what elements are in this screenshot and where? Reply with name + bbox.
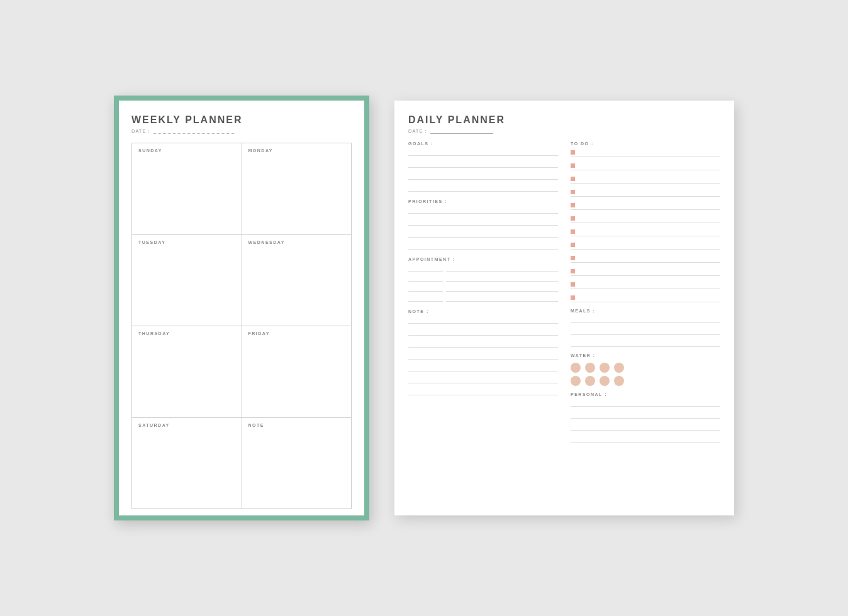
- priorities-label: PRIORITIES :: [408, 199, 558, 204]
- saturday-label: SATURDAY: [138, 423, 235, 427]
- water-label: WATER :: [571, 353, 720, 358]
- personal-lines: [571, 399, 720, 443]
- todo-item-3[interactable]: [571, 175, 720, 184]
- priorities-line-1[interactable]: [408, 206, 558, 214]
- priorities-line-3[interactable]: [408, 230, 558, 238]
- note-lines: [408, 316, 558, 395]
- todo-item-10[interactable]: [571, 267, 720, 276]
- priorities-line-2[interactable]: [408, 218, 558, 226]
- appt-desc-3[interactable]: [446, 284, 558, 292]
- todo-item-7[interactable]: [571, 228, 720, 236]
- todo-line-2: [578, 162, 720, 170]
- todo-line-11: [578, 280, 720, 289]
- todo-line-9: [578, 254, 720, 262]
- note-line-2[interactable]: [408, 328, 558, 336]
- appt-time-1[interactable]: [408, 264, 443, 272]
- todo-line-6: [578, 214, 720, 223]
- water-circle-3[interactable]: [600, 363, 610, 373]
- page-container: WEEKLY PLANNER DATE : SUNDAY MONDAY TUES…: [114, 96, 734, 520]
- note-line-1[interactable]: [408, 316, 558, 324]
- todo-item-11[interactable]: [571, 280, 720, 289]
- todo-bullet-10: [571, 269, 575, 273]
- todo-bullet-1: [571, 150, 575, 155]
- appointment-grid: [408, 264, 558, 302]
- personal-line-2[interactable]: [571, 411, 720, 419]
- weekly-date-dots[interactable]: [153, 133, 235, 134]
- appt-time-3[interactable]: [408, 284, 443, 292]
- note-section: NOTE :: [408, 309, 558, 395]
- meals-line-2[interactable]: [571, 327, 720, 335]
- todo-bullet-2: [571, 163, 575, 168]
- sunday-label: SUNDAY: [138, 148, 235, 153]
- weekly-grid: SUNDAY MONDAY TUESDAY WEDNESDAY THURSDAY…: [131, 143, 352, 509]
- water-circle-5[interactable]: [571, 376, 581, 386]
- personal-line-4[interactable]: [571, 435, 720, 443]
- water-circle-7[interactable]: [600, 376, 610, 386]
- todo-item-4[interactable]: [571, 188, 720, 197]
- note-line-4[interactable]: [408, 352, 558, 360]
- todo-bullet-6: [571, 216, 575, 221]
- daily-body: GOALS : PRIORITIES :: [408, 141, 720, 507]
- goals-lines: [408, 148, 558, 192]
- note-line-6[interactable]: [408, 376, 558, 383]
- meals-section: MEALS :: [571, 309, 720, 347]
- appt-time-2[interactable]: [408, 274, 443, 282]
- daily-planner: DAILY PLANNER DATE : GOALS :: [394, 101, 734, 515]
- personal-section: PERSONAL :: [571, 392, 720, 443]
- todo-line-8: [578, 241, 720, 249]
- priorities-section: PRIORITIES :: [408, 199, 558, 250]
- appointment-section: APPOINTMENT :: [408, 257, 558, 302]
- goals-line-4[interactable]: [408, 184, 558, 192]
- wednesday-label: WEDNESDAY: [248, 240, 345, 245]
- meals-line-1[interactable]: [571, 316, 720, 323]
- todo-item-9[interactable]: [571, 254, 720, 263]
- thursday-label: THURSDAY: [138, 331, 235, 336]
- note-line-7[interactable]: [408, 388, 558, 395]
- note-label: NOTE: [248, 423, 345, 427]
- appt-desc-4[interactable]: [446, 294, 558, 302]
- water-circle-2[interactable]: [585, 363, 595, 373]
- todo-line-12: [578, 294, 720, 302]
- daily-title: DAILY PLANNER: [408, 114, 720, 126]
- water-circles: [571, 363, 720, 386]
- todo-item-6[interactable]: [571, 214, 720, 223]
- todo-item-12[interactable]: [571, 294, 720, 302]
- personal-line-1[interactable]: [571, 399, 720, 407]
- weekly-date-row: DATE :: [131, 128, 352, 134]
- water-circle-4[interactable]: [614, 363, 624, 373]
- meals-lines: [571, 316, 720, 347]
- water-circle-8[interactable]: [614, 376, 624, 386]
- note-line-3[interactable]: [408, 340, 558, 348]
- goals-section: GOALS :: [408, 141, 558, 192]
- monday-label: MONDAY: [248, 148, 345, 153]
- appt-time-4[interactable]: [408, 294, 443, 302]
- todo-item-2[interactable]: [571, 162, 720, 170]
- personal-line-3[interactable]: [571, 423, 720, 431]
- goals-line-1[interactable]: [408, 148, 558, 156]
- goals-label: GOALS :: [408, 141, 558, 146]
- friday-label: FRIDAY: [248, 331, 345, 336]
- water-circle-6[interactable]: [585, 376, 595, 386]
- goals-line-3[interactable]: [408, 172, 558, 180]
- appt-desc-2[interactable]: [446, 274, 558, 282]
- todo-section: TO DO :: [571, 141, 720, 302]
- todo-bullet-5: [571, 203, 575, 207]
- weekly-planner-wrapper: WEEKLY PLANNER DATE : SUNDAY MONDAY TUES…: [114, 96, 369, 520]
- todo-line-1: [578, 148, 720, 157]
- priorities-line-4[interactable]: [408, 242, 558, 250]
- todo-line-7: [578, 228, 720, 236]
- todo-bullet-8: [571, 243, 575, 247]
- goals-line-2[interactable]: [408, 160, 558, 168]
- appt-desc-1[interactable]: [446, 264, 558, 272]
- water-circle-1[interactable]: [571, 363, 581, 373]
- weekly-cell-sunday: SUNDAY: [132, 143, 242, 235]
- todo-item-5[interactable]: [571, 201, 720, 210]
- daily-date-line[interactable]: [430, 133, 493, 134]
- weekly-cell-tuesday: TUESDAY: [132, 235, 242, 327]
- todo-item-8[interactable]: [571, 241, 720, 250]
- daily-right: TO DO :: [571, 141, 720, 507]
- note-line-5[interactable]: [408, 364, 558, 371]
- todo-lines: [571, 148, 720, 302]
- todo-item-1[interactable]: [571, 148, 720, 157]
- meals-line-3[interactable]: [571, 339, 720, 347]
